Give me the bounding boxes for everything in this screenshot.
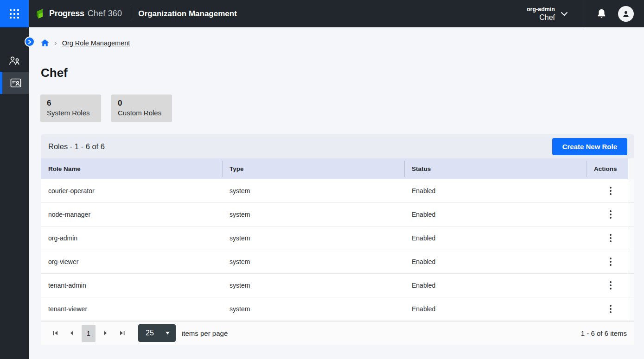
topbar: Progress Chef 360 Organization Managemen…	[0, 0, 644, 27]
breadcrumb: › Org Role Management	[41, 39, 130, 47]
row-actions-menu-button[interactable]	[605, 184, 616, 198]
users-icon	[8, 55, 20, 66]
role-name-cell: org-admin	[41, 227, 222, 250]
type-cell: system	[222, 297, 404, 321]
progress-logo-icon	[36, 9, 46, 19]
scrollbar-gutter	[628, 203, 634, 226]
role-name-cell: courier-operator	[41, 179, 222, 202]
scrollbar-gutter	[628, 179, 634, 202]
kebab-menu-icon	[610, 234, 612, 242]
next-page-button[interactable]	[98, 325, 112, 341]
sidebar-item-users[interactable]	[0, 50, 29, 72]
last-page-icon	[119, 330, 125, 336]
first-page-icon	[52, 330, 58, 336]
role-name-cell: tenant-admin	[41, 274, 222, 297]
scrollbar-gutter	[628, 297, 634, 321]
row-actions-menu-button[interactable]	[605, 208, 616, 221]
notifications-button[interactable]	[596, 8, 607, 19]
breadcrumb-separator: ›	[54, 39, 57, 47]
first-page-button[interactable]	[48, 325, 62, 341]
chevron-down-icon	[561, 12, 568, 16]
breadcrumb-home-button[interactable]	[41, 39, 49, 47]
stat-label: Custom Roles	[118, 109, 172, 117]
caret-down-icon	[166, 332, 170, 334]
column-header-type: Type	[222, 158, 404, 179]
stat-card-custom-roles: 0 Custom Roles	[111, 94, 172, 122]
brand-logo: Progress Chef 360	[36, 9, 122, 19]
bell-icon	[596, 8, 607, 19]
table-row: tenant-viewer system Enabled	[41, 297, 634, 321]
breadcrumb-link-org-role-management[interactable]: Org Role Management	[62, 39, 130, 47]
person-icon	[621, 9, 631, 19]
page-number-button[interactable]: 1	[82, 325, 96, 342]
role-name-cell: node-manager	[41, 203, 222, 226]
topbar-divider	[130, 7, 130, 21]
row-actions-menu-button[interactable]	[605, 302, 616, 316]
roles-panel-title: Roles - 1 - 6 of 6	[48, 142, 105, 151]
next-page-icon	[102, 330, 108, 336]
stat-card-system-roles: 6 System Roles	[40, 94, 101, 122]
column-header-role-name: Role Name	[41, 158, 222, 179]
previous-page-button[interactable]	[65, 325, 79, 341]
row-actions-menu-button[interactable]	[605, 231, 616, 245]
scrollbar-gutter	[628, 250, 634, 273]
kebab-menu-icon	[610, 258, 612, 266]
role-name-cell: org-viewer	[41, 250, 222, 273]
kebab-menu-icon	[610, 281, 612, 290]
table-body: courier-operator system Enabled node-man…	[41, 179, 634, 321]
roles-panel-header: Roles - 1 - 6 of 6 Create New Role	[41, 134, 634, 158]
org-switcher-org: Chef	[539, 13, 555, 22]
apps-grid-icon	[10, 9, 19, 19]
org-switcher-role: org-admin	[527, 6, 555, 13]
scrollbar-gutter	[628, 274, 634, 297]
type-cell: system	[222, 203, 404, 226]
topbar-divider	[584, 0, 584, 27]
kebab-menu-icon	[610, 210, 612, 219]
pagination-range-label: 1 - 6 of 6 items	[581, 329, 627, 337]
status-cell: Enabled	[404, 203, 587, 226]
brand-progress-text: Progress	[49, 9, 84, 19]
status-cell: Enabled	[404, 227, 587, 250]
role-name-cell: tenant-viewer	[41, 297, 222, 321]
type-cell: system	[222, 250, 404, 273]
chevron-right-icon	[27, 39, 32, 44]
kebab-menu-icon	[610, 305, 612, 313]
table-row: org-admin system Enabled	[41, 227, 634, 250]
sidebar-expand-toggle[interactable]	[25, 37, 35, 47]
status-cell: Enabled	[404, 179, 587, 202]
user-avatar[interactable]	[618, 6, 634, 22]
role-badge-icon	[10, 77, 22, 88]
stat-label: System Roles	[47, 109, 101, 117]
app-launcher-button[interactable]	[0, 0, 29, 27]
page-size-dropdown[interactable]: 25	[138, 324, 176, 342]
row-actions-menu-button[interactable]	[605, 255, 616, 269]
scrollbar-gutter	[628, 227, 634, 250]
sidebar	[0, 27, 29, 359]
table-header-row: Role Name Type Status Actions	[41, 158, 634, 179]
items-per-page-label: items per page	[182, 329, 228, 337]
status-cell: Enabled	[404, 250, 587, 273]
type-cell: system	[222, 274, 404, 297]
status-cell: Enabled	[404, 274, 587, 297]
sidebar-item-org-roles[interactable]	[0, 72, 29, 94]
row-actions-menu-button[interactable]	[605, 278, 616, 292]
app-title: Organization Management	[138, 9, 237, 19]
status-cell: Enabled	[404, 297, 587, 321]
page-size-value: 25	[146, 329, 154, 337]
org-switcher[interactable]: org-admin Chef	[524, 4, 571, 24]
column-header-status: Status	[404, 158, 587, 179]
table-row: org-viewer system Enabled	[41, 250, 634, 274]
table-row: node-manager system Enabled	[41, 203, 634, 227]
brand-product-text: Chef 360	[88, 9, 122, 19]
scrollbar-gutter	[628, 158, 634, 179]
type-cell: system	[222, 227, 404, 250]
home-icon	[41, 39, 49, 47]
kebab-menu-icon	[610, 187, 612, 195]
page-title: Chef	[41, 66, 68, 80]
stat-value: 6	[47, 99, 101, 108]
stat-cards: 6 System Roles 0 Custom Roles	[40, 94, 172, 122]
column-header-actions: Actions	[587, 158, 628, 179]
create-new-role-button[interactable]: Create New Role	[552, 138, 627, 155]
table-row: tenant-admin system Enabled	[41, 274, 634, 297]
last-page-button[interactable]	[115, 325, 129, 341]
